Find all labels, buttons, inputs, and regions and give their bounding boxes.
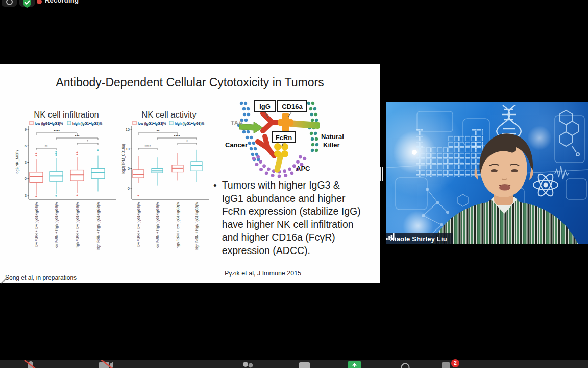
fcrn-label: FcRn	[276, 134, 292, 142]
apps-button[interactable]	[441, 362, 452, 368]
video-frame	[386, 102, 588, 244]
svg-text:5: 5	[128, 166, 130, 171]
zoom-meeting-window: Recording Antibody-Dependent Cellular Cy…	[0, 0, 588, 368]
svg-text:0: 0	[128, 186, 130, 191]
igg-antibody-icon	[258, 136, 274, 156]
svg-text:6: 6	[24, 144, 27, 148]
svg-text:low (IgG1+IgG3)%: low (IgG1+IgG3)%	[35, 122, 63, 126]
encryption-shield-icon	[22, 0, 32, 8]
apps-icon	[442, 362, 450, 368]
taa-label: TAA	[231, 120, 243, 127]
svg-text:high FcRN + low (IgG1+IgG3)%: high FcRN + low (IgG1+IgG3)%	[76, 202, 80, 249]
slide-title: Antibody-Dependent Cellular Cytotoxicity…	[47, 76, 333, 89]
svg-text:log2(TPM_CD16a): log2(TPM_CD16a)	[121, 144, 126, 173]
natural-killer-label-2: Killer	[323, 141, 340, 149]
cd16a-receptor-icon	[278, 113, 293, 132]
panel-resize-handle[interactable]	[380, 167, 384, 181]
svg-text:****: ****	[144, 144, 151, 149]
natural-killer-label: Natural	[321, 133, 344, 141]
fcrn-complex-icon	[274, 143, 288, 173]
svg-text:high FcRN + high (IgG1+IgG3)%: high FcRN + high (IgG1+IgG3)%	[195, 202, 199, 250]
svg-text:**: **	[156, 129, 159, 133]
chat-icon	[299, 362, 310, 368]
svg-text:****: ****	[174, 134, 180, 139]
participants-button[interactable]	[241, 361, 256, 368]
boxplot-nk-cell-activity: NK cell activitylow (IgG1+IgG3)%high (Ig…	[121, 104, 218, 257]
apc-label: APC	[296, 165, 310, 172]
svg-text:high (IgG1+IgG3)%: high (IgG1+IgG3)%	[72, 122, 103, 126]
citation-right: Pyzik et al, J Immune 2015	[225, 270, 301, 277]
cd16a-label-box: CD16a	[278, 101, 307, 111]
svg-text:9: 9	[24, 127, 27, 132]
recording-indicator: Recording	[37, 0, 79, 4]
participant-nametag: Xiaole Shirley Liu	[386, 233, 453, 244]
chat-button[interactable]	[298, 362, 311, 368]
meeting-toolbar: 2	[0, 360, 588, 368]
recording-label: Recording	[45, 0, 79, 4]
svg-text:**: **	[44, 144, 47, 149]
svg-text:0: 0	[24, 176, 27, 181]
svg-text:log2(NK_MCP): log2(NK_MCP)	[15, 150, 19, 174]
participants-icon	[243, 362, 248, 367]
adcc-diagram: IgG CD16a FcRn TAA Cancer Natural Killer…	[217, 96, 370, 184]
video-button[interactable]	[97, 360, 117, 368]
svg-text:NK cell activity: NK cell activity	[141, 110, 197, 119]
waveform-graphic	[555, 166, 569, 179]
svg-text:10: 10	[126, 147, 130, 151]
cancer-label: Cancer	[225, 141, 248, 149]
record-icon	[402, 364, 409, 368]
bullet-text: Tumors with higher IgG3 & IgG1 abundance…	[222, 179, 361, 257]
svg-text:high FcRN + low (IgG1+IgG3)%: high FcRN + low (IgG1+IgG3)%	[176, 202, 180, 249]
svg-text:15: 15	[126, 127, 130, 132]
svg-text:low FcRN + low (IgG1+IgG3)%: low FcRN + low (IgG1+IgG3)%	[35, 202, 39, 247]
record-button[interactable]	[400, 362, 410, 368]
molecule-graphic	[560, 110, 579, 156]
svg-text:-3: -3	[23, 193, 27, 198]
svg-text:low (IgG1+IgG3)%: low (IgG1+IgG3)%	[138, 122, 166, 126]
meeting-info-button[interactable]	[2, 0, 17, 7]
svg-text:NK cell infiltration: NK cell infiltration	[34, 110, 99, 119]
svg-text:***: ***	[75, 134, 79, 139]
igg-antibody-icon	[263, 113, 280, 131]
svg-text:3: 3	[24, 160, 27, 165]
igg-label: IgG	[259, 103, 271, 110]
participant-name: Xiaole Shirley Liu	[390, 235, 447, 243]
recording-dot-icon	[37, 0, 42, 4]
cd16a-label: CD16a	[282, 103, 303, 110]
boxplot-nk-cell-infiltration: NK cell infiltrationlow (IgG1+IgG3)%high…	[14, 104, 122, 257]
info-icon	[6, 0, 13, 5]
audio-level-bars-icon	[386, 233, 395, 240]
svg-text:high (IgG1+IgG3)%: high (IgG1+IgG3)%	[175, 122, 205, 126]
svg-text:low FcRN + high (IgG1+IgG3)%: low FcRN + high (IgG1+IgG3)%	[55, 202, 59, 249]
svg-text:****: ****	[54, 129, 60, 133]
bullet-marker: •	[213, 179, 217, 257]
svg-text:low FcRN + low (IgG1+IgG3)%: low FcRN + low (IgG1+IgG3)%	[137, 202, 141, 247]
citation-left: Song et al, in preparations	[5, 274, 77, 281]
meeting-topbar: Recording	[0, 0, 204, 8]
bullet-item: • Tumors with higher IgG3 & IgG1 abundan…	[213, 179, 376, 257]
notification-badge: 2	[451, 359, 459, 367]
shared-slide: Antibody-Dependent Cellular Cytotoxicity…	[0, 64, 380, 283]
fcrn-label-box: FcRn	[273, 132, 295, 143]
svg-text:low FcRN + high (IgG1+IgG3)%: low FcRN + high (IgG1+IgG3)%	[156, 202, 160, 249]
share-screen-button[interactable]	[347, 361, 362, 368]
mute-button[interactable]	[21, 360, 40, 368]
speaker-video[interactable]: Xiaole Shirley Liu	[386, 102, 588, 244]
svg-text:*: *	[87, 139, 88, 144]
nk-receptor-bar	[289, 120, 320, 129]
svg-text:high FcRN + high (IgG1+IgG3)%: high FcRN + high (IgG1+IgG3)%	[96, 202, 101, 250]
encryption-button[interactable]	[19, 0, 35, 7]
svg-text:*: *	[186, 139, 188, 144]
light-flare	[527, 126, 552, 150]
igg-label-box: IgG	[254, 101, 276, 111]
atom-icon	[533, 172, 558, 198]
